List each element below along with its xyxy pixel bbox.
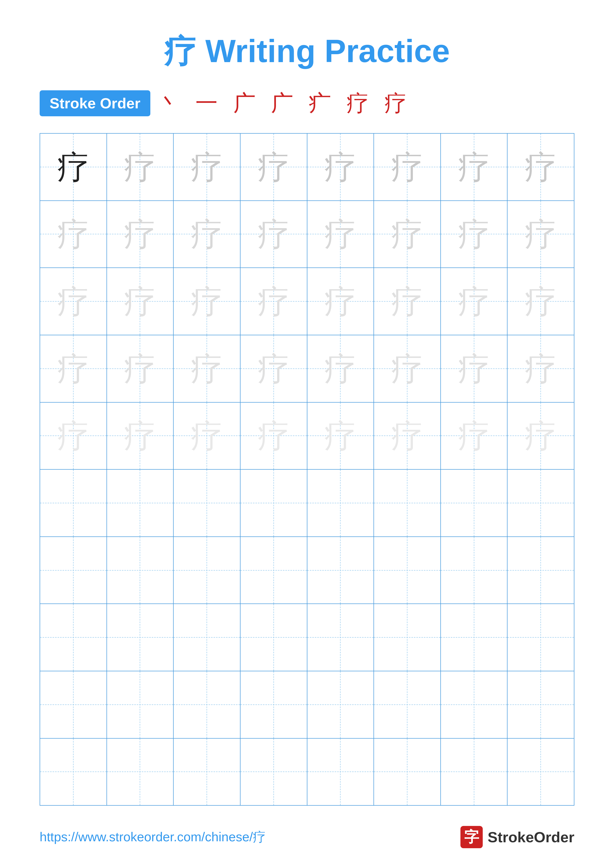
grid-cell[interactable]: 疗: [441, 335, 508, 402]
grid-cell[interactable]: 疗: [307, 133, 374, 200]
grid-cell[interactable]: [174, 671, 241, 738]
stroke-order-badge: Stroke Order: [40, 90, 150, 116]
grid-row: [40, 739, 574, 805]
grid-cell[interactable]: [40, 604, 107, 671]
cell-character: 疗: [124, 285, 156, 318]
grid-cell[interactable]: 疗: [241, 268, 307, 335]
grid-row: [40, 671, 574, 739]
cell-character: 疗: [324, 218, 356, 250]
stroke-order-row: Stroke Order 丶 一 广 广 疒 疗 疗: [0, 88, 614, 118]
grid-cell[interactable]: [40, 537, 107, 604]
grid-cell[interactable]: [441, 671, 508, 738]
grid-cell[interactable]: [107, 604, 174, 671]
grid-cell[interactable]: [374, 739, 441, 805]
grid-cell[interactable]: [241, 671, 307, 738]
grid-cell[interactable]: 疗: [107, 335, 174, 402]
grid-cell[interactable]: 疗: [174, 268, 241, 335]
grid-cell[interactable]: [107, 470, 174, 536]
grid-cell[interactable]: 疗: [374, 335, 441, 402]
grid-cell[interactable]: 疗: [174, 335, 241, 402]
grid-cell[interactable]: 疗: [241, 335, 307, 402]
grid-cell[interactable]: [307, 671, 374, 738]
grid-cell[interactable]: [507, 537, 574, 604]
grid-cell[interactable]: 疗: [507, 403, 574, 470]
grid-cell[interactable]: [40, 470, 107, 536]
cell-character: 疗: [191, 151, 223, 183]
grid-cell[interactable]: [374, 537, 441, 604]
grid-cell[interactable]: 疗: [40, 403, 107, 470]
grid-cell[interactable]: [241, 470, 307, 536]
grid-cell[interactable]: 疗: [441, 403, 508, 470]
grid-cell[interactable]: 疗: [40, 133, 107, 200]
grid-cell[interactable]: 疗: [107, 201, 174, 268]
grid-cell[interactable]: [307, 739, 374, 805]
grid-cell[interactable]: 疗: [507, 268, 574, 335]
footer-url: https://www.strokeorder.com/chinese/疗: [40, 828, 266, 846]
cell-character: 疗: [458, 151, 490, 183]
grid-cell[interactable]: 疗: [374, 133, 441, 200]
grid-cell[interactable]: [374, 470, 441, 536]
grid-cell[interactable]: [174, 537, 241, 604]
grid-cell[interactable]: [374, 671, 441, 738]
grid-cell[interactable]: 疗: [441, 268, 508, 335]
grid-cell[interactable]: 疗: [40, 335, 107, 402]
grid-cell[interactable]: [174, 470, 241, 536]
grid-cell[interactable]: [441, 739, 508, 805]
grid-cell[interactable]: 疗: [40, 268, 107, 335]
grid-cell[interactable]: 疗: [374, 268, 441, 335]
cell-character: 疗: [324, 285, 356, 318]
grid-cell[interactable]: [174, 604, 241, 671]
grid-cell[interactable]: [40, 739, 107, 805]
cell-character: 疗: [458, 353, 490, 385]
grid-row: [40, 470, 574, 537]
grid-cell[interactable]: 疗: [307, 335, 374, 402]
grid-cell[interactable]: [441, 470, 508, 536]
grid-cell[interactable]: [107, 537, 174, 604]
grid-cell[interactable]: [307, 604, 374, 671]
grid-cell[interactable]: [307, 470, 374, 536]
grid-cell[interactable]: 疗: [374, 201, 441, 268]
grid-cell[interactable]: 疗: [507, 201, 574, 268]
grid-cell[interactable]: 疗: [107, 268, 174, 335]
grid-cell[interactable]: [507, 739, 574, 805]
grid-cell[interactable]: 疗: [307, 268, 374, 335]
grid-cell[interactable]: 疗: [40, 201, 107, 268]
grid-cell[interactable]: [241, 537, 307, 604]
grid-cell[interactable]: 疗: [374, 403, 441, 470]
grid-cell[interactable]: [441, 604, 508, 671]
cell-character: 疗: [191, 353, 223, 385]
grid-cell[interactable]: 疗: [107, 403, 174, 470]
grid-cell[interactable]: [507, 671, 574, 738]
cell-character: 疗: [258, 353, 290, 385]
grid-cell[interactable]: [107, 739, 174, 805]
grid-cell[interactable]: [241, 739, 307, 805]
grid-row: 疗 疗 疗 疗 疗 疗 疗 疗: [40, 133, 574, 201]
grid-cell[interactable]: [174, 739, 241, 805]
grid-cell[interactable]: 疗: [174, 403, 241, 470]
grid-cell[interactable]: 疗: [107, 133, 174, 200]
grid-cell[interactable]: [107, 671, 174, 738]
grid-cell[interactable]: 疗: [241, 133, 307, 200]
cell-character: 疗: [324, 151, 356, 183]
cell-character: 疗: [391, 353, 423, 385]
grid-cell[interactable]: [40, 671, 107, 738]
grid-cell[interactable]: 疗: [174, 201, 241, 268]
grid-cell[interactable]: 疗: [507, 335, 574, 402]
grid-cell[interactable]: 疗: [507, 133, 574, 200]
grid-cell[interactable]: [307, 537, 374, 604]
grid-cell[interactable]: 疗: [174, 133, 241, 200]
grid-cell[interactable]: [507, 604, 574, 671]
grid-cell[interactable]: [441, 537, 508, 604]
grid-cell[interactable]: 疗: [441, 133, 508, 200]
grid-cell[interactable]: [374, 604, 441, 671]
cell-character: 疗: [57, 151, 89, 183]
grid-cell[interactable]: 疗: [241, 201, 307, 268]
grid-cell[interactable]: 疗: [441, 201, 508, 268]
grid-cell[interactable]: [507, 470, 574, 536]
grid-cell[interactable]: [241, 604, 307, 671]
footer-brand: 字 StrokeOrder: [460, 826, 574, 848]
cell-character: 疗: [525, 218, 557, 250]
grid-cell[interactable]: 疗: [241, 403, 307, 470]
grid-cell[interactable]: 疗: [307, 403, 374, 470]
grid-cell[interactable]: 疗: [307, 201, 374, 268]
